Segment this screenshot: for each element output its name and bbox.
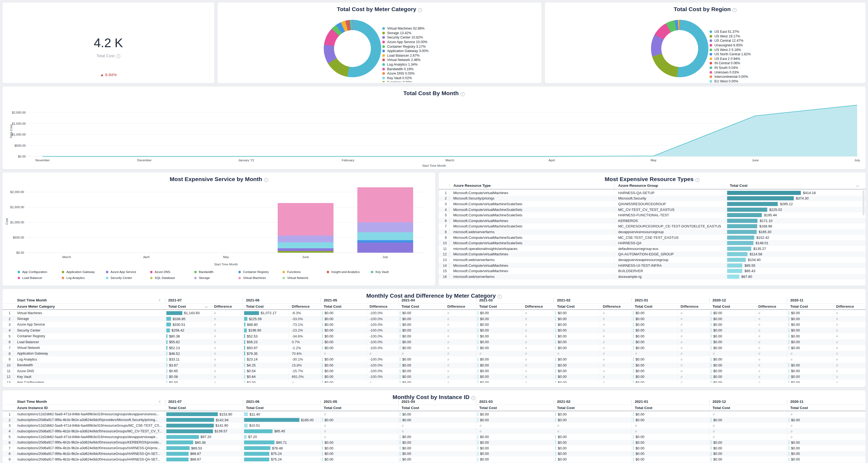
legend-item[interactable]: Security Center xyxy=(106,275,150,281)
total-cost-header[interactable]: Total Cost xyxy=(476,405,554,411)
month-label[interactable]: 2021-01 xyxy=(631,400,648,404)
difference-header[interactable]: Difference xyxy=(289,303,320,309)
difference-header[interactable]: Difference xyxy=(755,303,787,309)
month-label[interactable]: 2021-04 xyxy=(398,400,415,404)
month-label[interactable]: 2021-02 xyxy=(554,298,570,302)
legend-item[interactable]: Azure DNS 0.03% xyxy=(382,71,429,76)
legend-item[interactable]: Container Registry 3.17% xyxy=(382,44,429,49)
legend-item[interactable]: Unassigned 8.93% xyxy=(710,43,751,48)
total-cost-header[interactable]: Total Cost xyxy=(709,405,787,411)
table-row[interactable]: 6/subscriptions/20d6a917-99fa-4b1b-9b2e-… xyxy=(2,440,866,445)
month-label[interactable]: 2021-04 xyxy=(398,298,415,302)
difference-header[interactable]: Difference xyxy=(833,303,865,309)
legend-item[interactable]: App Configuration xyxy=(18,269,62,275)
table-row[interactable]: 2Storage$336.85ø$225.59-33.0%$0.00-100.0… xyxy=(2,316,866,321)
info-icon[interactable]: i xyxy=(461,92,465,96)
table-row[interactable]: 11Azure DNS$0.65ø$0.54-15.7%$0.00-100.0%… xyxy=(2,368,866,374)
table-row[interactable]: 8Application Gateway$46.52ø$79.3570.6%øø… xyxy=(2,351,866,356)
month-label[interactable]: 2020-11 xyxy=(787,298,804,302)
table-row[interactable]: 8/subscriptions/20d6a917-99fa-4b1b-9b2e-… xyxy=(2,451,866,457)
total-cost-header[interactable]: Total Cost xyxy=(398,405,476,411)
month-label[interactable]: 2021-07 xyxy=(165,400,182,404)
table-row[interactable]: 15Microsoft.Compute/virtualMachinesBUILD… xyxy=(439,268,866,274)
table-row[interactable]: 13App Configuration$0.00ø$0.00ø$0.00ø$0.… xyxy=(2,380,866,383)
total-cost-header[interactable]: Total Cost xyxy=(554,405,631,411)
table-row[interactable]: 6Microsoft.Compute/virtualMachinesKERBER… xyxy=(439,218,866,224)
table-row[interactable]: 10Microsoft.Compute/virtualMachineScaleS… xyxy=(439,240,866,246)
total-cost-header[interactable]: Total Cost xyxy=(320,405,398,411)
legend-item[interactable]: US North Central 1.82% xyxy=(710,52,751,57)
total-cost-header[interactable]: Total Cost xyxy=(709,303,755,309)
sort-chevron-icon[interactable] xyxy=(856,184,859,187)
month-label[interactable]: 2021-01 xyxy=(631,298,648,302)
table-row[interactable]: 2Microsoft.Security/pricingsMicrosoft.Se… xyxy=(439,196,866,201)
legend-item[interactable]: Log Analytics 1.34% xyxy=(382,62,429,67)
month-label[interactable]: 2021-06 xyxy=(243,298,259,302)
legend-item[interactable]: Virtual Machines 52.88% xyxy=(382,26,429,31)
legend-item[interactable]: IN Central 0.06% xyxy=(710,61,751,66)
vertical-scrollbar[interactable] xyxy=(863,190,865,215)
table-row[interactable]: 1Microsoft.Compute/virtualMachinesHARNES… xyxy=(439,190,866,196)
legend-item[interactable]: Log Analytics xyxy=(62,275,106,281)
legend-item[interactable]: US West 2 5.18% xyxy=(710,48,751,52)
table-row[interactable]: 6Load Balancer$55.82ø$56.230.7%$0.00-100… xyxy=(2,339,866,345)
legend-item[interactable]: Bandwidth xyxy=(194,269,239,275)
table-row[interactable]: 9Microsoft.Compute/virtualMachineScaleSe… xyxy=(439,235,866,240)
total-cost-header[interactable]: Total Cost xyxy=(631,405,709,411)
month-label[interactable]: 2021-02 xyxy=(554,400,570,404)
total-cost-header[interactable]: Total Cost xyxy=(165,405,243,411)
stacked-bar[interactable] xyxy=(278,203,334,253)
legend-item[interactable]: Virtual Network xyxy=(283,275,327,281)
table-row[interactable]: 7/subscriptions/20d6a917-99fa-4b1b-9b2e-… xyxy=(2,445,866,451)
month-label[interactable]: 2020-11 xyxy=(787,400,804,404)
difference-header[interactable]: Difference xyxy=(367,303,398,309)
legend-item[interactable]: EU West 0.00% xyxy=(710,79,751,84)
total-cost-header[interactable]: Total Cost xyxy=(243,405,320,411)
table-row[interactable]: 10Bandwidth$3.67ø$4.2515.8%$0.00-100.0%$… xyxy=(2,363,866,368)
table-row[interactable]: 5/subscriptions/12d2db62-5aa9-471d-84bb-… xyxy=(2,434,866,440)
col-azure-resource-group[interactable]: Azure Resource Group xyxy=(614,183,726,187)
legend-item[interactable]: IN South 0.04% xyxy=(710,66,751,70)
difference-header[interactable]: Difference xyxy=(211,303,243,309)
table-row[interactable]: 4/subscriptions/20d6a917-99fa-4b1b-9b2e-… xyxy=(2,428,866,434)
table-row[interactable]: 7Virtual Network$52.13ø$50.97-2.2%$0.00-… xyxy=(2,345,866,350)
table-row[interactable]: 3Microsoft.Compute/virtualMachineScaleSe… xyxy=(439,201,866,207)
table-row[interactable]: 11microsoft.operationalinsights/workspac… xyxy=(439,246,866,252)
total-cost-header[interactable]: Total Cost xyxy=(554,303,600,309)
month-label[interactable]: 2020-12 xyxy=(709,400,726,404)
legend-item[interactable]: Unknown 0.03% xyxy=(710,70,751,75)
legend-item[interactable]: Virtual Network 2.46% xyxy=(382,58,429,62)
scroll-months-left-icon[interactable] xyxy=(159,299,162,302)
total-cost-header[interactable]: Total Cost xyxy=(243,303,289,309)
info-icon[interactable]: i xyxy=(418,8,422,12)
difference-header[interactable]: Difference xyxy=(600,303,631,309)
legend-item[interactable]: Key Vault xyxy=(371,269,415,275)
legend-item[interactable]: US East 2 0.94% xyxy=(710,57,751,61)
table-row[interactable]: 12Key Vault$0.08ø$0.64691.0%$0.00-100.0%… xyxy=(2,374,866,379)
legend-item[interactable]: Functions xyxy=(283,269,327,275)
legend-item[interactable]: Security Center 10.82% xyxy=(382,35,429,40)
table-row[interactable]: 7Microsoft.Compute/virtualMachineScaleSe… xyxy=(439,224,866,229)
total-cost-header[interactable]: Total Cost xyxy=(320,303,367,309)
col-total-cost[interactable]: Total Cost xyxy=(726,183,866,187)
month-label[interactable]: 2021-05 xyxy=(320,298,337,302)
total-cost-header[interactable]: Total Cost xyxy=(631,303,678,309)
stacked-bar[interactable] xyxy=(357,187,413,253)
info-icon[interactable]: i xyxy=(695,178,700,182)
legend-item[interactable]: Storage 13.42% xyxy=(382,31,429,35)
legend-item[interactable]: Insight and Analytics xyxy=(327,269,371,275)
month-label[interactable]: 2021-05 xyxy=(320,400,337,404)
legend-item[interactable]: Storage xyxy=(194,275,239,281)
col-azure-resource-type[interactable]: Azure Resource Type xyxy=(450,183,614,187)
table-row[interactable]: 9Log Analytics$33.11ø$23.14-30.1%$0.00-1… xyxy=(2,356,866,362)
table-row[interactable]: 12Microsoft.Compute/virtualMachinesQA-AU… xyxy=(439,252,866,257)
table-row[interactable]: 3/subscriptions/12d2db62-5aa9-471d-84bb-… xyxy=(2,423,866,429)
total-cost-header[interactable]: Total Cost xyxy=(787,303,833,309)
month-label[interactable]: 2021-03 xyxy=(476,298,493,302)
legend-item[interactable]: US West 19.17% xyxy=(710,34,751,39)
month-label[interactable]: 2020-12 xyxy=(709,298,726,302)
month-label[interactable]: 2021-03 xyxy=(476,400,493,404)
legend-item[interactable]: Intercontinental 0.00% xyxy=(710,75,751,79)
legend-item[interactable]: Load Balancer xyxy=(18,275,62,281)
scroll-months-left-icon[interactable] xyxy=(159,400,162,403)
